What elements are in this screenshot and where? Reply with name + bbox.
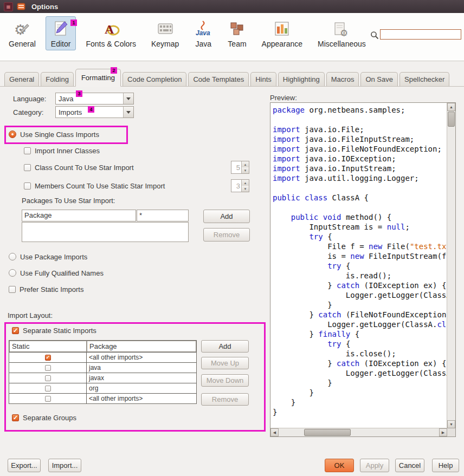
scroll-left-icon[interactable]: ◀ bbox=[270, 428, 279, 436]
tab-general[interactable]: General bbox=[4, 72, 39, 86]
tab-hints[interactable]: Hints bbox=[250, 72, 276, 86]
packages-add-button[interactable]: Add bbox=[203, 210, 250, 223]
spinner-arrows[interactable]: ▲▼ bbox=[241, 180, 249, 192]
tab-folding[interactable]: Folding bbox=[41, 72, 74, 86]
preview-panel: package org.netbeans.samples; import jav… bbox=[270, 102, 456, 437]
class-count-row[interactable]: Class Count To Use Star Import bbox=[24, 163, 134, 172]
members-count-spinner[interactable]: 3 ▲▼ bbox=[231, 179, 249, 192]
use-single-class-imports-row[interactable]: Use Single Class Imports bbox=[9, 130, 99, 139]
packages-remove-button[interactable]: Remove bbox=[203, 228, 250, 242]
col-static[interactable]: Static bbox=[9, 341, 87, 352]
language-label: Language: bbox=[13, 95, 46, 103]
scroll-down-icon[interactable]: ▼ bbox=[447, 420, 455, 428]
separate-groups-row[interactable]: Separate Groups bbox=[12, 413, 76, 422]
table-row[interactable]: <all other imports> bbox=[9, 352, 196, 362]
table-row[interactable]: <all other imports> bbox=[9, 393, 196, 403]
spinner-arrows[interactable]: ▲▼ bbox=[241, 161, 249, 173]
static-cell[interactable] bbox=[9, 353, 87, 362]
static-checkbox[interactable] bbox=[45, 386, 51, 392]
toolbar-item-appearance[interactable]: Appearance bbox=[256, 16, 308, 50]
package-cell[interactable]: <all other imports> bbox=[87, 353, 196, 362]
static-checkbox[interactable] bbox=[45, 365, 51, 371]
class-count-checkbox[interactable] bbox=[24, 164, 31, 171]
import-inner-classes-checkbox[interactable] bbox=[24, 147, 31, 154]
toolbar-item-team[interactable]: Team bbox=[222, 16, 252, 50]
tab-macros[interactable]: Macros bbox=[326, 72, 359, 86]
chevron-down-icon bbox=[123, 107, 133, 118]
col-package[interactable]: Package bbox=[87, 341, 196, 352]
use-fully-qualified-row[interactable]: Use Fully Qualified Names bbox=[9, 269, 104, 277]
prefer-static-row[interactable]: Prefer Static Imports bbox=[9, 285, 83, 294]
toolbar-item-java[interactable]: JavaJava bbox=[189, 16, 218, 50]
static-cell[interactable] bbox=[9, 373, 87, 383]
separate-groups-checkbox[interactable] bbox=[12, 414, 19, 421]
toolbar-item-label: Appearance bbox=[262, 40, 303, 48]
search-input[interactable] bbox=[380, 29, 461, 40]
packages-empty-row[interactable] bbox=[22, 222, 189, 242]
tab-highlighting[interactable]: Highlighting bbox=[278, 72, 325, 86]
help-button[interactable]: Help bbox=[432, 459, 459, 472]
table-row[interactable]: java bbox=[9, 362, 196, 373]
ok-button[interactable]: OK bbox=[325, 459, 354, 472]
layout-add-button[interactable]: Add bbox=[201, 340, 249, 353]
use-package-imports-radio[interactable] bbox=[9, 253, 16, 260]
static-checkbox[interactable] bbox=[45, 355, 51, 361]
static-checkbox[interactable] bbox=[45, 375, 51, 381]
toolbar-item-editor[interactable]: Editor bbox=[46, 16, 76, 50]
package-cell[interactable]: java bbox=[87, 363, 196, 373]
static-cell[interactable] bbox=[9, 394, 87, 403]
packages-col-star[interactable]: * bbox=[137, 210, 189, 221]
move-down-button[interactable]: Move Down bbox=[201, 374, 249, 387]
package-cell[interactable]: org bbox=[87, 383, 196, 393]
separate-static-row[interactable]: Separate Static Imports bbox=[12, 326, 96, 335]
scroll-right-icon[interactable]: ▶ bbox=[439, 428, 447, 436]
tabstrip: GeneralFoldingFormattingCode CompletionC… bbox=[0, 61, 464, 87]
toolbar: ⚙GeneralEditorAFonts & ColorsKeymapJavaJ… bbox=[0, 13, 464, 61]
package-cell[interactable]: javax bbox=[87, 373, 196, 383]
table-row[interactable]: org bbox=[9, 383, 196, 393]
vertical-scrollbar[interactable]: ▲ ▼ bbox=[447, 103, 455, 428]
apply-button[interactable]: Apply bbox=[360, 459, 389, 472]
packages-col-package[interactable]: Package bbox=[22, 210, 136, 221]
window-title: Options bbox=[31, 3, 58, 11]
export-button[interactable]: Export... bbox=[8, 459, 41, 472]
tab-code-templates[interactable]: Code Templates bbox=[188, 72, 249, 86]
horizontal-scroll-thumb[interactable] bbox=[304, 429, 351, 436]
toolbar-item-miscellaneous[interactable]: ⚙Miscellaneous bbox=[312, 16, 371, 50]
prefer-static-checkbox[interactable] bbox=[9, 286, 16, 293]
import-button[interactable]: Import... bbox=[48, 459, 81, 472]
language-select[interactable]: Java bbox=[55, 93, 134, 105]
class-count-spinner[interactable]: 5 ▲▼ bbox=[231, 161, 249, 174]
scroll-up-icon[interactable]: ▲ bbox=[447, 103, 455, 111]
use-fully-qualified-radio[interactable] bbox=[9, 269, 16, 277]
team-icon bbox=[228, 19, 246, 38]
toolbar-item-label: Fonts & Colors bbox=[86, 40, 136, 48]
import-inner-classes-row[interactable]: Import Inner Classes bbox=[24, 146, 100, 155]
use-package-imports-row[interactable]: Use Package Imports bbox=[9, 252, 87, 261]
category-select[interactable]: Imports bbox=[55, 106, 134, 118]
use-single-class-imports-radio[interactable] bbox=[9, 131, 16, 138]
toolbar-item-general[interactable]: ⚙General bbox=[3, 16, 41, 50]
tab-spellchecker[interactable]: Spellchecker bbox=[399, 72, 449, 86]
layout-remove-button[interactable]: Remove bbox=[201, 393, 249, 406]
chevron-down-icon bbox=[123, 93, 133, 104]
horizontal-scrollbar[interactable]: ◀ ▶ bbox=[270, 428, 447, 436]
table-row[interactable]: javax bbox=[9, 373, 196, 383]
cancel-button[interactable]: Cancel bbox=[395, 459, 424, 472]
tab-formatting[interactable]: Formatting bbox=[75, 69, 121, 87]
toolbar-item-fonts-colors[interactable]: AFonts & Colors bbox=[80, 16, 141, 50]
toolbar-item-keymap[interactable]: Keymap bbox=[146, 16, 184, 50]
members-count-checkbox[interactable] bbox=[24, 182, 31, 190]
static-cell[interactable] bbox=[9, 383, 87, 393]
window-menu-icon[interactable]: ▦ bbox=[4, 2, 13, 11]
static-cell[interactable] bbox=[9, 363, 87, 373]
vertical-scroll-thumb[interactable] bbox=[448, 112, 455, 127]
separate-static-checkbox[interactable] bbox=[12, 327, 19, 334]
move-up-button[interactable]: Move Up bbox=[201, 357, 249, 369]
category-label: Category: bbox=[13, 108, 43, 116]
package-cell[interactable]: <all other imports> bbox=[87, 394, 196, 403]
members-count-row[interactable]: Members Count To Use Static Star Import bbox=[24, 181, 165, 190]
static-checkbox[interactable] bbox=[45, 396, 51, 402]
tab-on-save[interactable]: On Save bbox=[360, 72, 398, 86]
tab-code-completion[interactable]: Code Completion bbox=[123, 72, 186, 86]
